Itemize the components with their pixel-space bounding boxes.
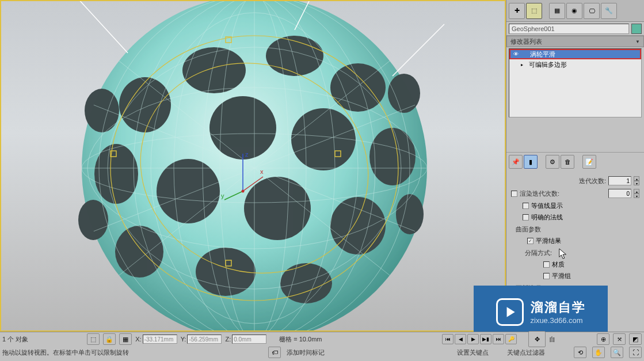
nav-button-1[interactable]: ✥ xyxy=(528,331,546,347)
svg-point-16 xyxy=(85,89,119,132)
x-field[interactable] xyxy=(143,335,177,344)
nav-button-4[interactable]: ◩ xyxy=(629,333,642,345)
iterations-spinner[interactable] xyxy=(608,176,631,185)
cursor-icon xyxy=(558,248,569,260)
pin-stack-button[interactable]: 📌 xyxy=(509,155,523,169)
watermark: 溜溜自学 zixue.3d66.com xyxy=(474,286,608,338)
go-end-button[interactable]: ⏭ xyxy=(493,334,504,344)
nav-button-3[interactable]: ⤧ xyxy=(613,333,626,345)
show-end-result-button[interactable]: ▮ xyxy=(524,155,538,169)
play-button[interactable]: ▶ xyxy=(467,334,479,344)
sep-smoothgroup-label: 平滑组 xyxy=(552,272,571,280)
play-icon xyxy=(496,298,524,326)
isoline-checkbox[interactable] xyxy=(523,203,529,209)
lock-button[interactable]: 🔒 xyxy=(103,333,116,345)
object-name-input[interactable] xyxy=(509,24,629,34)
svg-point-8 xyxy=(369,128,416,185)
explicit-normals-row: 明确的法线 xyxy=(511,211,639,223)
svg-point-18 xyxy=(78,200,108,240)
configure-icon: 📝 xyxy=(585,158,593,166)
command-panel: ✚ ⬚ ▦ ◉ 🖵 🔧 修改器列表 ▼ 👁 涡轮平滑 ▸ 可编辑多边形 📌 ▮ … xyxy=(506,0,644,332)
hierarchy-tab[interactable]: ▦ xyxy=(549,3,565,19)
grid-size-label: 栅格 = 10.0mm xyxy=(279,335,322,344)
x-coord: X: xyxy=(135,335,177,344)
smooth-result-checkbox[interactable] xyxy=(527,238,534,244)
display-icon: 🖵 xyxy=(589,7,595,14)
svg-point-5 xyxy=(119,77,171,132)
nav-max-button[interactable]: ⛶ xyxy=(629,347,642,358)
sep-smoothgroup-checkbox[interactable] xyxy=(543,273,550,279)
object-color-swatch[interactable] xyxy=(631,24,642,34)
isoline-label: 等值线显示 xyxy=(531,202,563,210)
modifier-list-label: 修改器列表 xyxy=(510,37,542,46)
svg-line-41 xyxy=(64,1,128,53)
smooth-result-label: 平滑结果 xyxy=(536,237,561,245)
watermark-title: 溜溜自学 xyxy=(531,299,586,316)
nav-button-2[interactable]: ⊕ xyxy=(597,333,609,345)
remove-modifier-button[interactable]: 🗑 xyxy=(561,155,574,169)
sep-material-label: 材质 xyxy=(552,260,565,269)
set-key-label[interactable]: 设置关键点 xyxy=(457,348,489,357)
svg-text:y: y xyxy=(221,192,224,199)
modify-tab[interactable]: ⬚ xyxy=(526,3,542,19)
time-controls: ⏮ ◀ ▶ ▶▮ ⏭ 🔑 xyxy=(442,334,517,344)
motion-icon: ◉ xyxy=(571,7,577,14)
modifier-label: 涡轮平滑 xyxy=(530,50,639,59)
svg-point-17 xyxy=(388,74,420,113)
autokey-label: 自 xyxy=(549,335,555,344)
utilities-tab[interactable]: 🔧 xyxy=(601,3,617,19)
modifier-turbosmooth[interactable]: 👁 涡轮平滑 xyxy=(509,49,641,59)
axis-gizmo: z x y xyxy=(220,151,266,203)
modifier-stack-toolbar: 📌 ▮ ⚙ 🗑 📝 xyxy=(506,152,644,171)
nav-orbit-button[interactable]: ⟲ xyxy=(574,347,586,358)
render-iters-label: 渲染迭代次数: xyxy=(520,189,606,198)
nav-zoom-button[interactable]: 🔍 xyxy=(611,347,623,358)
add-time-tag-label[interactable]: 添加时间标记 xyxy=(287,348,325,357)
viewport-canvas[interactable]: z x y xyxy=(1,1,505,330)
next-frame-button[interactable]: ▶▮ xyxy=(480,334,491,344)
spinner-arrows[interactable]: ▴▾ xyxy=(634,176,639,185)
svg-text:z: z xyxy=(245,151,249,158)
z-field[interactable] xyxy=(232,335,266,344)
display-tab[interactable]: 🖵 xyxy=(584,3,600,19)
pin-icon: 📌 xyxy=(512,158,520,166)
nav-pan-button[interactable]: ✋ xyxy=(592,347,605,358)
go-start-button[interactable]: ⏮ xyxy=(442,334,454,344)
motion-tab[interactable]: ◉ xyxy=(566,3,582,19)
eye-icon[interactable] xyxy=(510,60,519,69)
prev-frame-button[interactable]: ◀ xyxy=(455,334,466,344)
y-field[interactable] xyxy=(187,335,222,344)
chevron-down-icon: ▼ xyxy=(635,39,640,44)
spinner-arrows[interactable]: ▴▾ xyxy=(634,189,639,198)
time-tag-button[interactable]: 🏷 xyxy=(268,347,281,358)
smooth-result-row: 平滑结果 xyxy=(511,235,639,246)
sep-material-checkbox[interactable] xyxy=(543,261,550,268)
render-iters-spinner[interactable] xyxy=(608,189,631,198)
viewport[interactable]: z x y xyxy=(0,0,506,332)
selection-count: 1 个 对象 xyxy=(2,335,28,344)
sep-smoothgroup-row: 平滑组 xyxy=(511,270,639,282)
create-tab[interactable]: ✚ xyxy=(509,3,525,19)
key-filter-label[interactable]: 关键点过滤器 xyxy=(507,348,545,357)
selection-lock-toggle[interactable]: ⬚ xyxy=(87,333,100,345)
explicit-normals-checkbox[interactable] xyxy=(523,214,529,221)
watermark-url: zixue.3d66.com xyxy=(531,316,586,325)
x-label: X: xyxy=(135,336,141,343)
modifier-editable-poly[interactable]: ▸ 可编辑多边形 xyxy=(509,59,641,70)
svg-line-43 xyxy=(393,24,444,76)
sel-region-button[interactable]: ▦ xyxy=(119,333,132,345)
gear-icon: ⚙ xyxy=(550,158,555,166)
modifier-label: 可编辑多边形 xyxy=(529,60,640,69)
modifier-stack[interactable]: 👁 涡轮平滑 ▸ 可编辑多边形 xyxy=(509,48,642,117)
make-unique-button[interactable]: ⚙ xyxy=(546,155,559,169)
expand-icon[interactable]: ▸ xyxy=(521,62,527,67)
svg-text:x: x xyxy=(260,168,264,175)
configure-sets-button[interactable]: 📝 xyxy=(582,155,596,169)
render-iters-row: 渲染迭代次数: ▴▾ xyxy=(511,187,639,200)
eye-icon[interactable]: 👁 xyxy=(512,50,520,58)
key-mode-button[interactable]: 🔑 xyxy=(505,334,517,344)
modifier-list-dropdown[interactable]: 修改器列表 ▼ xyxy=(506,36,644,47)
svg-point-12 xyxy=(330,197,386,254)
render-iters-checkbox[interactable] xyxy=(511,191,517,197)
command-tabs: ✚ ⬚ ▦ ◉ 🖵 🔧 xyxy=(506,0,644,22)
